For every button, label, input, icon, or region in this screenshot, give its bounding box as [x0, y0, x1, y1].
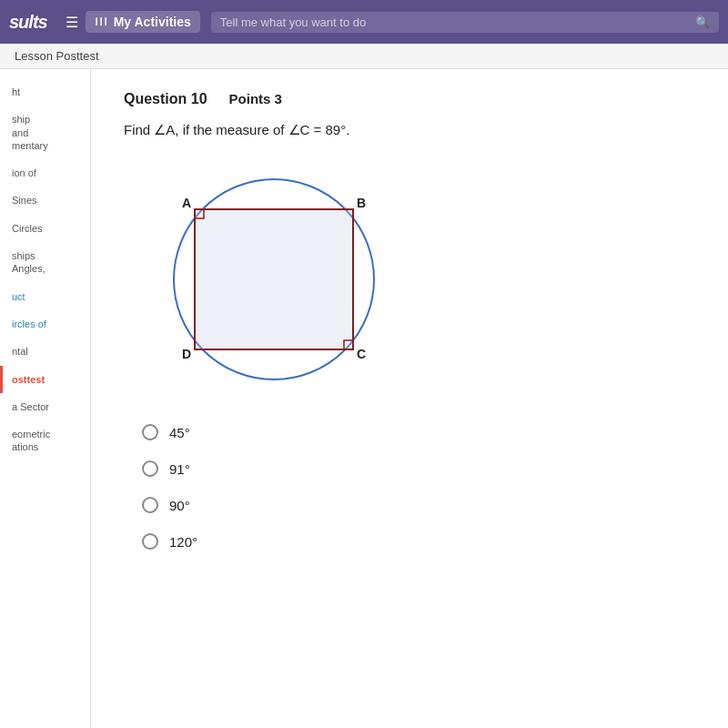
label-D: D	[182, 347, 191, 361]
search-icon: 🔍	[695, 15, 710, 29]
question-header: Question 10 Points 3	[124, 91, 695, 107]
sidebar-item-circles[interactable]: Circles	[0, 215, 90, 242]
question-text: Find ∠A, if the measure of ∠C = 89°.	[124, 122, 695, 138]
radio-button-1[interactable]	[142, 424, 158, 440]
main-content: Question 10 Points 3 Find ∠A, if the mea…	[91, 69, 728, 728]
sub-nav-label: Lesson Posttest	[15, 49, 99, 63]
sidebar-item-ship[interactable]: shipandmentary	[0, 106, 90, 159]
answer-label-4: 120°	[169, 534, 197, 550]
sidebar-item-posttest[interactable]: osttest	[0, 366, 90, 393]
sidebar: ht shipandmentary ion of Sines Circles s…	[0, 69, 91, 728]
geometry-diagram: A B C D	[142, 157, 397, 393]
answer-option-1[interactable]: 45°	[142, 424, 695, 440]
question-number: Question 10	[124, 91, 207, 107]
my-activities-label: My Activities	[114, 15, 191, 29]
sidebar-item-ircles[interactable]: ircles of	[0, 310, 90, 338]
answer-label-3: 90°	[169, 498, 190, 513]
my-activities-button[interactable]: ⁞⁞⁞ My Activities	[86, 11, 200, 33]
answer-label-1: 45°	[169, 425, 190, 440]
search-input[interactable]	[220, 15, 695, 29]
nav-search-bar[interactable]: 🔍	[211, 12, 719, 33]
sidebar-item-ships[interactable]: shipsAngles,	[0, 242, 90, 283]
sidebar-item-ht[interactable]: ht	[0, 78, 90, 106]
sub-nav: Lesson Posttest	[0, 44, 728, 69]
label-B: B	[357, 196, 366, 210]
sidebar-item-sines[interactable]: Sines	[0, 187, 90, 214]
sidebar-item-ion[interactable]: ion of	[0, 159, 90, 187]
answer-option-2[interactable]: 91°	[142, 460, 695, 477]
nav-menu-button[interactable]: ☰	[62, 10, 82, 35]
sidebar-item-ntal[interactable]: ntal	[0, 338, 90, 365]
answer-option-3[interactable]: 90°	[142, 497, 695, 513]
svg-rect-1	[195, 209, 353, 349]
dots-icon: ⁞⁞⁞	[95, 15, 108, 28]
main-layout: ht shipandmentary ion of Sines Circles s…	[0, 69, 728, 728]
label-C: C	[357, 347, 366, 361]
diagram-container: A B C D	[142, 157, 695, 397]
radio-button-4[interactable]	[142, 533, 158, 550]
answer-label-2: 91°	[169, 461, 190, 477]
question-points: Points 3	[229, 91, 282, 106]
radio-button-2[interactable]	[142, 460, 158, 477]
radio-button-3[interactable]	[142, 497, 158, 513]
answer-option-4[interactable]: 120°	[142, 533, 695, 550]
sidebar-item-geometric[interactable]: eometrications	[0, 420, 90, 461]
answer-choices: 45° 91° 90° 120°	[142, 424, 695, 550]
sidebar-item-sector[interactable]: a Sector	[0, 393, 90, 420]
top-nav: sults ☰ ⁞⁞⁞ My Activities 🔍	[0, 0, 728, 44]
sidebar-item-uct[interactable]: uct	[0, 283, 90, 310]
logo: sults	[9, 12, 47, 33]
label-A: A	[182, 196, 191, 210]
